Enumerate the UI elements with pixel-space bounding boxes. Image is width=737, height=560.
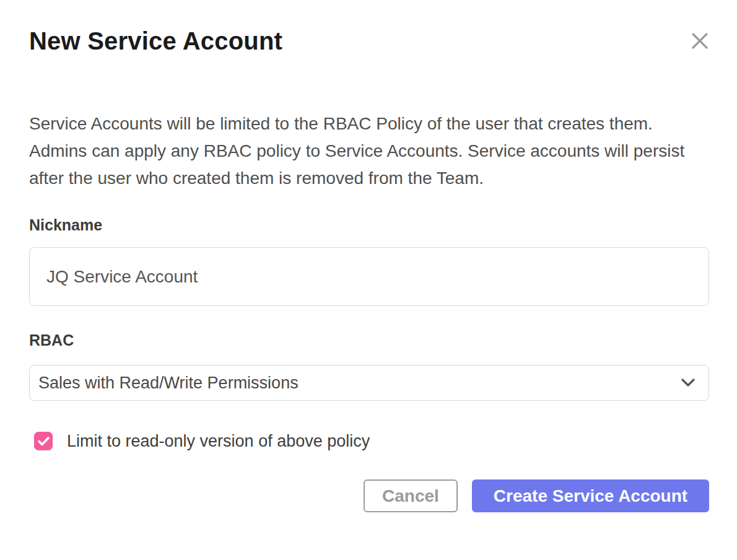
cancel-button[interactable]: Cancel — [364, 479, 458, 512]
page-title: New Service Account — [29, 25, 709, 57]
rbac-label: RBAC — [29, 331, 709, 349]
readonly-checkbox-row: Limit to read-only version of above poli… — [34, 431, 709, 452]
readonly-checkbox-label: Limit to read-only version of above poli… — [67, 432, 370, 451]
checkmark-icon — [38, 437, 50, 446]
modal-description: Service Accounts will be limited to the … — [29, 110, 709, 192]
rbac-selected-value: Sales with Read/Write Permissions — [38, 374, 681, 393]
new-service-account-modal: New Service Account Service Accounts wil… — [0, 0, 737, 560]
modal-actions: Cancel Create Service Account — [29, 479, 709, 512]
close-icon — [691, 32, 709, 50]
close-button[interactable] — [690, 31, 710, 51]
chevron-down-icon — [681, 378, 695, 387]
create-service-account-button[interactable]: Create Service Account — [472, 479, 709, 512]
nickname-label: Nickname — [29, 216, 709, 234]
rbac-select[interactable]: Sales with Read/Write Permissions — [29, 365, 709, 401]
readonly-checkbox[interactable] — [34, 432, 53, 450]
nickname-input[interactable] — [29, 247, 709, 306]
